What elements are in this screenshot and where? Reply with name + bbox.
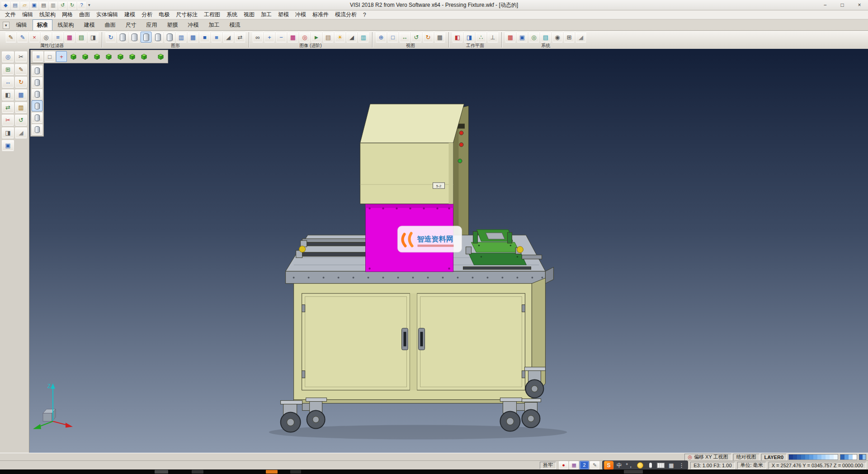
zoom-window-icon[interactable]: □ bbox=[387, 32, 398, 43]
calculator-icon[interactable]: ⊞ bbox=[564, 32, 575, 43]
maximize-button[interactable]: □ bbox=[834, 0, 851, 10]
rendered-cylinder-icon[interactable] bbox=[152, 32, 163, 43]
tab-4[interactable]: 建模 bbox=[80, 19, 99, 30]
workplane-align-icon[interactable]: ◨ bbox=[464, 32, 475, 43]
select-icon[interactable]: ◎ bbox=[2, 51, 14, 62]
background-icon[interactable]: ▥ bbox=[358, 32, 369, 43]
shadow-icon[interactable]: ◢ bbox=[346, 32, 357, 43]
open-file-icon[interactable]: ▱ bbox=[20, 1, 29, 9]
close-button[interactable]: × bbox=[851, 0, 868, 10]
filter-types-icon[interactable]: ▤ bbox=[76, 32, 87, 43]
undo-view-icon[interactable]: ↺ bbox=[15, 114, 27, 126]
taskbar-app-4[interactable] bbox=[290, 470, 301, 474]
advanced-view-icon[interactable]: ∞ bbox=[252, 32, 263, 43]
layer-color-bar[interactable] bbox=[788, 454, 838, 460]
emoji-icon[interactable] bbox=[635, 461, 645, 470]
tab-2[interactable]: 标准 bbox=[33, 19, 52, 30]
iso-view-cube-icon[interactable] bbox=[68, 51, 79, 62]
edit-geometry-icon[interactable]: ✎ bbox=[15, 64, 27, 75]
back-view-cube-icon[interactable] bbox=[127, 51, 137, 62]
zoom-in-icon[interactable]: + bbox=[264, 32, 275, 43]
taskbar-app-3[interactable] bbox=[266, 470, 278, 474]
menu-item-9[interactable]: 电极 bbox=[156, 10, 173, 19]
pen-tool-icon[interactable]: ✎ bbox=[590, 461, 599, 469]
chinese-mode-icon[interactable]: 中 bbox=[614, 461, 624, 470]
trim-icon[interactable]: ✂ bbox=[2, 114, 14, 126]
bottom-view-cube-icon[interactable] bbox=[138, 51, 149, 62]
menu-item-5[interactable]: 曲面 bbox=[76, 10, 93, 19]
wireframe-cylinder-icon[interactable] bbox=[117, 32, 128, 43]
menu-item-1[interactable]: 文件 bbox=[2, 10, 19, 19]
filter-wireframe-icon[interactable] bbox=[32, 89, 42, 100]
workplane-normal-icon[interactable]: ⊥ bbox=[487, 32, 498, 43]
grid-snap-icon[interactable]: ⊞ bbox=[2, 64, 14, 75]
match-attributes-icon[interactable]: ✎ bbox=[17, 32, 28, 43]
palette-icon[interactable]: ▦ bbox=[569, 461, 579, 469]
dynamic-hide-icon[interactable]: ◢ bbox=[223, 32, 234, 43]
swap-icon[interactable]: ⇄ bbox=[2, 102, 14, 113]
rotate-icon[interactable]: ↻ bbox=[15, 76, 27, 88]
menu-item-2[interactable]: 编辑 bbox=[19, 10, 36, 19]
bounding-box-icon[interactable]: ▦ bbox=[188, 32, 198, 43]
front-view-cube-icon[interactable] bbox=[91, 51, 102, 62]
workplane-xy-icon[interactable]: ◧ bbox=[452, 32, 463, 43]
color-palette-icon[interactable]: ▦ bbox=[505, 32, 516, 43]
menu-item-13[interactable]: 视图 bbox=[241, 10, 258, 19]
menu-item-12[interactable]: 系统 bbox=[223, 10, 241, 19]
mirror-icon[interactable]: ◧ bbox=[2, 89, 14, 100]
menu-item-15[interactable]: 塑模 bbox=[275, 10, 292, 19]
move-icon[interactable]: ↔ bbox=[2, 76, 14, 88]
active-layer-cell[interactable]: LAYER0 bbox=[761, 454, 787, 461]
capture-icon[interactable]: ◎ bbox=[299, 32, 310, 43]
filter-layers-icon[interactable]: ≡ bbox=[52, 32, 63, 43]
array-icon[interactable]: ▦ bbox=[15, 89, 27, 100]
animation-icon[interactable]: ► bbox=[311, 32, 322, 43]
menu-item-8[interactable]: 分析 bbox=[138, 10, 156, 19]
taskbar-app-2[interactable] bbox=[192, 470, 203, 474]
tab-8[interactable]: 塑膜 bbox=[163, 19, 183, 30]
undo-icon[interactable]: ↺ bbox=[58, 1, 67, 9]
app-icon[interactable]: ◆ bbox=[1, 1, 10, 9]
snapshot-icon[interactable]: ◉ bbox=[552, 32, 563, 43]
tab-11[interactable]: 模流 bbox=[225, 19, 245, 30]
slope-icon[interactable]: ◢ bbox=[576, 32, 586, 43]
tab-7[interactable]: 应用 bbox=[142, 19, 162, 30]
menu-item-10[interactable]: 尺寸标注 bbox=[173, 10, 201, 19]
menu-item-7[interactable]: 建模 bbox=[121, 10, 138, 19]
lock-toggle[interactable]: 拴牢 bbox=[540, 462, 556, 469]
redo-icon[interactable]: ↻ bbox=[68, 1, 76, 9]
pan-icon[interactable]: ↔ bbox=[399, 32, 410, 43]
mini-color-bar[interactable] bbox=[840, 454, 857, 460]
shaded-cube-icon[interactable] bbox=[155, 51, 166, 62]
taskbar-app-1[interactable] bbox=[155, 470, 168, 474]
attributes-off-icon[interactable]: × bbox=[29, 32, 40, 43]
tab-10[interactable]: 加工 bbox=[204, 19, 224, 30]
print-icon[interactable]: ▤ bbox=[39, 1, 48, 9]
menu-item-17[interactable]: 标准件 bbox=[309, 10, 332, 19]
filter-other-icon[interactable] bbox=[32, 124, 42, 135]
os-taskbar[interactable] bbox=[0, 469, 868, 474]
hatch-icon[interactable]: ▥ bbox=[15, 102, 27, 113]
filter-selection-icon[interactable]: ◎ bbox=[41, 32, 52, 43]
zoom-out-icon[interactable]: − bbox=[276, 32, 287, 43]
right-view-cube-icon[interactable] bbox=[103, 51, 114, 62]
tab-1[interactable]: 编辑 bbox=[12, 19, 32, 30]
menu-item-6[interactable]: 实体编辑 bbox=[93, 10, 121, 19]
menu-item-3[interactable]: 线架构 bbox=[36, 10, 59, 19]
draft-view-icon[interactable]: ▥ bbox=[176, 32, 187, 43]
punctuation-icon[interactable]: °， bbox=[625, 461, 634, 470]
tab-6[interactable]: 尺寸 bbox=[121, 19, 141, 30]
view-mode-cell[interactable]: ◎ 偏移 XY 工视图 bbox=[684, 454, 731, 461]
left-view-cube-icon[interactable] bbox=[115, 51, 126, 62]
zoom-extents-icon[interactable]: ⊕ bbox=[376, 32, 387, 43]
view-list-icon[interactable]: ▦ bbox=[434, 32, 445, 43]
layer-stack-icon[interactable]: ≡ bbox=[33, 51, 43, 62]
hidden-line-cylinder-icon[interactable] bbox=[129, 32, 140, 43]
edit-attributes-icon[interactable]: ✎ bbox=[5, 32, 16, 43]
menu-item-11[interactable]: 工程图 bbox=[201, 10, 223, 19]
menu-item-4[interactable]: 网格 bbox=[59, 10, 76, 19]
monitor-icon[interactable]: ▣ bbox=[517, 32, 528, 43]
workplane-view-icon[interactable]: □ bbox=[44, 51, 55, 62]
globe-icon[interactable]: ◎ bbox=[528, 32, 539, 43]
refresh-all-icon[interactable]: ⇄ bbox=[235, 32, 245, 43]
